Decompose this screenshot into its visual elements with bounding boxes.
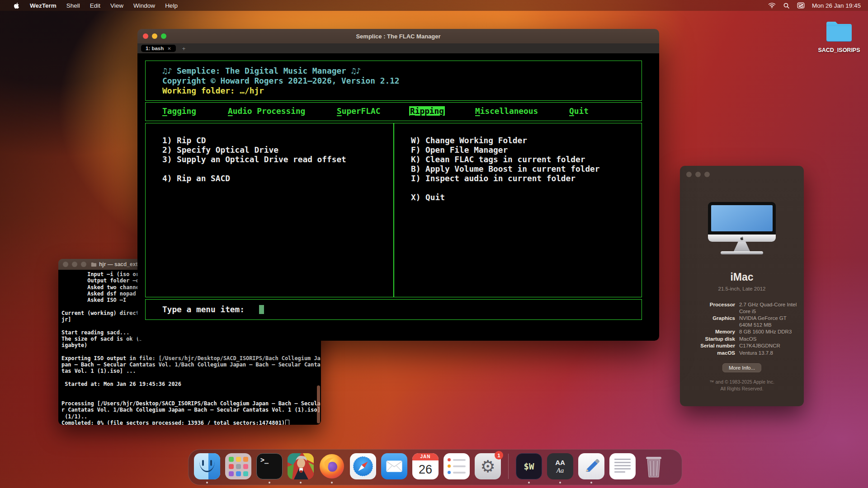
desktop-wallpaper: WezTerm ShellEditViewWindowHelp bbox=[0, 0, 868, 488]
dock-item-wezterm[interactable]: $W bbox=[516, 453, 542, 479]
tui-prompt-box[interactable]: Type a menu item: bbox=[145, 299, 642, 320]
new-tab-button[interactable]: + bbox=[182, 45, 186, 52]
tab-close-icon[interactable]: ✕ bbox=[167, 46, 171, 51]
search-icon[interactable] bbox=[783, 2, 790, 9]
close-button[interactable] bbox=[686, 172, 692, 177]
menu-bar-app-name[interactable]: WezTerm bbox=[25, 2, 61, 9]
menu-bar-item-edit[interactable]: Edit bbox=[85, 2, 105, 9]
window-controls-inactive[interactable] bbox=[686, 172, 710, 177]
dock-item-trash[interactable] bbox=[641, 453, 667, 479]
window-title: Semplice : The FLAC Manager bbox=[137, 33, 659, 40]
dock-item-firefox[interactable] bbox=[319, 453, 345, 479]
tui-menu-miscellaneous[interactable]: Miscellaneous bbox=[475, 106, 538, 116]
calendar-month: JAN bbox=[412, 453, 439, 460]
dock: >_JAN26⚙1$WAAAa bbox=[188, 449, 682, 485]
rights-reserved: All Rights Reserved. bbox=[680, 386, 804, 391]
dock-item-finder[interactable] bbox=[194, 453, 220, 479]
tab-label: 1: bash bbox=[146, 46, 164, 51]
menu-bar-menus: ShellEditViewWindowHelp bbox=[61, 2, 183, 9]
menu-bar-item-help[interactable]: Help bbox=[160, 2, 183, 9]
tui-menu-quit[interactable]: Quit bbox=[569, 106, 589, 116]
dock-item-mail[interactable] bbox=[381, 453, 407, 479]
panel-divider bbox=[393, 123, 394, 297]
spec-value: Ventura 13.7.8 bbox=[739, 350, 798, 357]
imac-stand bbox=[731, 242, 752, 252]
dock-item-editor[interactable] bbox=[578, 453, 604, 479]
imac-screen-glass bbox=[711, 205, 773, 231]
terminal-cursor[interactable] bbox=[259, 305, 264, 314]
copyright-line: Copyright © Howard Rogers 2021–2026, Ver… bbox=[162, 76, 642, 86]
menu-bar-item-window[interactable]: Window bbox=[128, 2, 160, 9]
about-mac-window[interactable]: iMac 21.5-inch, Late 2012 Processor2.7 G… bbox=[680, 166, 804, 406]
spec-list: Processor2.7 GHz Quad-Core Intel Core i5… bbox=[687, 301, 798, 357]
close-button[interactable] bbox=[63, 262, 68, 267]
tui-menu-audio-processing[interactable]: Audio Processing bbox=[228, 106, 305, 116]
app-banner: ♫♪ Semplice: The Digital Music Manager ♫… bbox=[162, 66, 642, 76]
spec-value: MacOS bbox=[739, 336, 798, 343]
menu-bar: WezTerm ShellEditViewWindowHelp bbox=[0, 0, 868, 11]
dock-item-calendar[interactable]: JAN26 bbox=[412, 453, 439, 479]
menu-bar-item-shell[interactable]: Shell bbox=[61, 2, 85, 9]
tui-menu-tagging[interactable]: Tagging bbox=[162, 106, 196, 116]
spec-row-serial-number: Serial numberC17K4JBGDNCR bbox=[687, 343, 798, 349]
dock-item-safari[interactable] bbox=[350, 453, 376, 479]
scrollbar-thumb[interactable] bbox=[317, 385, 320, 423]
spec-row-startup-disk: Startup diskMacOS bbox=[687, 336, 798, 343]
control-center-icon[interactable] bbox=[797, 2, 805, 9]
calendar-day: 26 bbox=[412, 460, 439, 479]
dock-item-terminal[interactable]: >_ bbox=[256, 453, 283, 479]
zoom-button[interactable] bbox=[81, 262, 86, 267]
flac-titlebar[interactable]: Semplice : The FLAC Manager bbox=[137, 29, 659, 43]
running-indicator bbox=[206, 482, 208, 483]
spec-label: Graphics bbox=[687, 315, 735, 328]
terminal-screen: ♫♪ Semplice: The Digital Music Manager ♫… bbox=[137, 53, 659, 341]
minimize-button[interactable] bbox=[695, 172, 701, 177]
running-indicator bbox=[300, 482, 302, 483]
mac-model-detail: 21.5-inch, Late 2012 bbox=[680, 286, 804, 291]
apple-logo-icon bbox=[740, 236, 744, 240]
menu-bar-item-view[interactable]: View bbox=[105, 2, 128, 9]
apple-menu-icon[interactable] bbox=[8, 2, 25, 9]
dock-item-launchpad[interactable] bbox=[225, 453, 251, 479]
desktop-folder-sacd-isorips[interactable]: SACD_ISORIPS bbox=[814, 20, 864, 53]
sacd-terminal-title: hjr — sacd_ext bbox=[91, 261, 137, 267]
tui-menu-superflac[interactable]: SuperFLAC bbox=[337, 106, 380, 116]
terminal-cursor-hollow bbox=[285, 420, 289, 425]
menu-bar-clock[interactable]: Mon 26 Jan 19:45 bbox=[812, 2, 861, 9]
spec-value: 2.7 GHz Quad-Core Intel Core i5 bbox=[739, 301, 798, 314]
dock-item-settings[interactable]: ⚙1 bbox=[475, 453, 501, 479]
copyright-trademark: ™ and © 1983-2025 Apple Inc. bbox=[680, 379, 804, 385]
dock-item-reminders[interactable] bbox=[443, 453, 470, 479]
dock-item-fonts[interactable]: AAAa bbox=[547, 453, 573, 479]
spec-row-memory: Memory8 GB 1600 MHz DDR3 bbox=[687, 328, 798, 335]
more-info-button[interactable]: More Info... bbox=[722, 363, 761, 372]
general-menu-options: W) Change Working Folder F) Open File Ma… bbox=[411, 136, 600, 202]
tui-panels-box: 1) Rip CD 2) Specify Optical Drive 3) Su… bbox=[145, 123, 642, 297]
notification-badge: 1 bbox=[495, 451, 503, 460]
spec-row-macos: macOSVentura 13.7.8 bbox=[687, 350, 798, 357]
imac-base bbox=[721, 251, 763, 254]
tab-bash[interactable]: 1: bash ✕ bbox=[141, 45, 176, 52]
proxy-folder-icon bbox=[91, 262, 97, 267]
working-folder-line: Working folder: …/hjr bbox=[162, 86, 642, 96]
wifi-icon[interactable] bbox=[768, 2, 776, 9]
running-indicator bbox=[590, 482, 592, 483]
folder-label: SACD_ISORIPS bbox=[814, 47, 864, 53]
running-indicator bbox=[559, 482, 561, 483]
tui-header-box: ♫♪ Semplice: The Digital Music Manager ♫… bbox=[145, 61, 642, 101]
running-indicator bbox=[269, 482, 270, 483]
menu-bar-left: WezTerm ShellEditViewWindowHelp bbox=[0, 2, 183, 9]
spec-value: 8 GB 1600 MHz DDR3 bbox=[739, 328, 798, 335]
zoom-button[interactable] bbox=[704, 172, 710, 177]
dock-item-textedit[interactable] bbox=[609, 453, 636, 479]
menu-bar-status: Mon 26 Jan 19:45 bbox=[768, 2, 868, 9]
tui-menu-ripping[interactable]: Ripping bbox=[409, 106, 445, 116]
dock-item-music-manager[interactable] bbox=[288, 453, 314, 479]
minimize-button[interactable] bbox=[72, 262, 77, 267]
running-indicator bbox=[331, 482, 333, 483]
flac-manager-window[interactable]: Semplice : The FLAC Manager 1: bash ✕ + … bbox=[137, 29, 659, 341]
spec-value: NVIDIA GeForce GT 640M 512 MB bbox=[739, 315, 798, 328]
spec-label: Startup disk bbox=[687, 336, 735, 343]
mac-model-name: iMac bbox=[680, 271, 804, 283]
window-controls-inactive[interactable] bbox=[63, 262, 86, 267]
